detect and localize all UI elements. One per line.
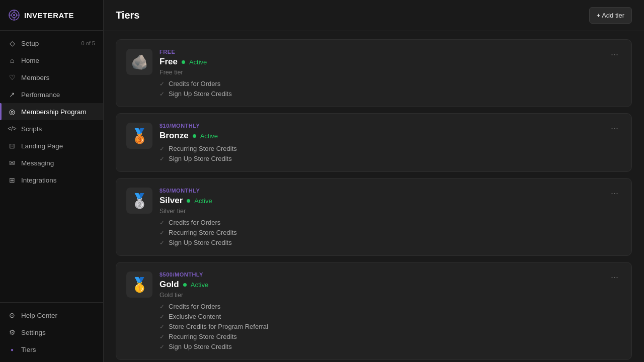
tier-feature: ✓ Store Credits for Program Referral <box>159 323 601 330</box>
tier-name: Free <box>159 57 178 67</box>
help-center-icon: ⊙ <box>8 311 16 319</box>
check-icon: ✓ <box>159 239 165 246</box>
landing-page-icon: ⊡ <box>8 142 16 150</box>
tier-name: Bronze <box>159 131 189 141</box>
sidebar-item-setup[interactable]: ◇ Setup 0 of 5 <box>0 35 103 52</box>
svg-point-2 <box>13 14 15 16</box>
settings-icon: ⚙ <box>8 328 16 336</box>
main-header: Tiers + Add tier <box>104 0 644 31</box>
performance-icon: ↗ <box>8 90 16 99</box>
members-icon: ♡ <box>8 73 16 81</box>
tier-menu-button[interactable]: ··· <box>608 272 621 283</box>
tier-price-label: FREE <box>159 49 601 55</box>
feature-label: Sign Up Store Credits <box>169 239 232 246</box>
tier-status: Active <box>200 132 218 140</box>
sidebar-item-performance[interactable]: ↗ Performance <box>0 86 103 103</box>
integrations-icon: ⊞ <box>8 176 16 184</box>
sidebar-item-integrations[interactable]: ⊞ Integrations <box>0 171 103 189</box>
sidebar-label-setup: Setup <box>21 40 39 47</box>
tier-info: $10/MONTHLY Bronze Active ✓ Recurring St… <box>159 123 601 162</box>
sidebar-label-tiers: Tiers <box>21 346 36 353</box>
tier-menu-button[interactable]: ··· <box>608 49 621 60</box>
check-icon: ✓ <box>159 303 165 310</box>
status-dot <box>193 134 196 138</box>
sidebar-item-scripts[interactable]: </> Scripts <box>0 120 103 137</box>
tier-price-label: $500/MONTHLY <box>159 272 601 278</box>
tier-feature: ✓ Credits for Orders <box>159 303 601 310</box>
tier-icon: 🥈 <box>126 188 152 214</box>
tier-name-row: Silver Active <box>159 196 601 206</box>
main-content: Tiers + Add tier 🪨 FREE Free Active Free… <box>104 0 644 362</box>
tier-info: $50/MONTHLY Silver Active Silver tier ✓ … <box>159 188 601 246</box>
tier-status: Active <box>194 197 212 205</box>
sidebar-label-performance: Performance <box>21 91 60 99</box>
setup-badge: 0 of 5 <box>81 40 95 46</box>
sidebar-label-settings: Settings <box>21 329 46 336</box>
sidebar-item-settings[interactable]: ⚙ Settings <box>0 324 103 341</box>
tier-feature: ✓ Sign Up Store Credits <box>159 343 601 350</box>
scripts-icon: </> <box>8 125 16 133</box>
sidebar-bottom: ⊙ Help Center ⚙ Settings ● Tiers <box>0 302 103 362</box>
tier-feature: ✓ Recurring Store Credits <box>159 229 601 236</box>
tier-card-free: 🪨 FREE Free Active Free tier ✓ Credits f… <box>116 39 632 107</box>
sidebar-label-integrations: Integrations <box>21 176 57 184</box>
tier-feature: ✓ Credits for Orders <box>159 219 601 226</box>
feature-label: Credits for Orders <box>169 303 220 310</box>
feature-label: Credits for Orders <box>169 80 220 87</box>
sidebar-label-messaging: Messaging <box>21 159 54 167</box>
tier-description: Free tier <box>159 69 601 76</box>
logo-icon <box>8 9 20 21</box>
tier-info: $500/MONTHLY Gold Active Gold tier ✓ Cre… <box>159 272 601 350</box>
tiers-list: 🪨 FREE Free Active Free tier ✓ Credits f… <box>104 31 644 362</box>
sidebar-item-messaging[interactable]: ✉ Messaging <box>0 154 103 171</box>
tier-card-gold: 🥇 $500/MONTHLY Gold Active Gold tier ✓ C… <box>116 262 632 360</box>
tier-feature: ✓ Recurring Store Credits <box>159 145 601 152</box>
sidebar-nav: ◇ Setup 0 of 5 ⌂ Home ♡ Members ↗ Perfor… <box>0 31 103 302</box>
tier-name-row: Gold Active <box>159 280 601 290</box>
check-icon: ✓ <box>159 313 165 320</box>
sidebar-item-members[interactable]: ♡ Members <box>0 69 103 86</box>
sidebar-item-tiers[interactable]: ● Tiers <box>0 341 103 358</box>
tier-menu-button[interactable]: ··· <box>608 123 621 134</box>
tier-card-bronze: 🥉 $10/MONTHLY Bronze Active ✓ Recurring … <box>116 113 632 172</box>
feature-label: Recurring Store Credits <box>169 145 237 152</box>
sidebar-label-landing-page: Landing Page <box>21 142 63 150</box>
sidebar-label-membership: Membership Program <box>21 108 87 116</box>
feature-label: Recurring Store Credits <box>169 333 237 340</box>
logo-text: INVETERATE <box>24 11 74 20</box>
feature-label: Sign Up Store Credits <box>169 343 232 350</box>
tier-feature: ✓ Sign Up Store Credits <box>159 90 601 98</box>
tier-name: Gold <box>159 280 179 290</box>
page-title: Tiers <box>116 10 139 21</box>
feature-label: Sign Up Store Credits <box>169 155 232 162</box>
sidebar-item-landing-page[interactable]: ⊡ Landing Page <box>0 137 103 154</box>
feature-label: Recurring Store Credits <box>169 229 237 236</box>
tier-menu-button[interactable]: ··· <box>608 188 621 199</box>
check-icon: ✓ <box>159 155 165 162</box>
sidebar-label-members: Members <box>21 74 49 81</box>
messaging-icon: ✉ <box>8 159 16 167</box>
feature-label: Exclusive Content <box>169 313 221 320</box>
sidebar-item-home[interactable]: ⌂ Home <box>0 52 103 69</box>
home-icon: ⌂ <box>8 56 16 64</box>
tier-price-label: $50/MONTHLY <box>159 188 601 194</box>
check-icon: ✓ <box>159 80 165 87</box>
tier-info: FREE Free Active Free tier ✓ Credits for… <box>159 49 601 98</box>
logo[interactable]: INVETERATE <box>0 0 103 31</box>
sidebar-label-home: Home <box>21 57 39 64</box>
feature-label: Store Credits for Program Referral <box>169 323 268 330</box>
tier-feature: ✓ Exclusive Content <box>159 313 601 320</box>
check-icon: ✓ <box>159 343 165 350</box>
check-icon: ✓ <box>159 219 165 226</box>
sidebar-label-scripts: Scripts <box>21 125 42 133</box>
add-tier-button[interactable]: + Add tier <box>589 7 632 24</box>
check-icon: ✓ <box>159 333 165 340</box>
sidebar: INVETERATE ◇ Setup 0 of 5 ⌂ Home ♡ Membe… <box>0 0 104 362</box>
setup-icon: ◇ <box>8 39 16 47</box>
sidebar-item-help-center[interactable]: ⊙ Help Center <box>0 307 103 324</box>
tier-name-row: Bronze Active <box>159 131 601 141</box>
check-icon: ✓ <box>159 229 165 236</box>
tier-name: Silver <box>159 196 183 206</box>
tier-feature: ✓ Credits for Orders <box>159 80 601 87</box>
sidebar-item-membership-program[interactable]: ◎ Membership Program <box>0 103 103 120</box>
